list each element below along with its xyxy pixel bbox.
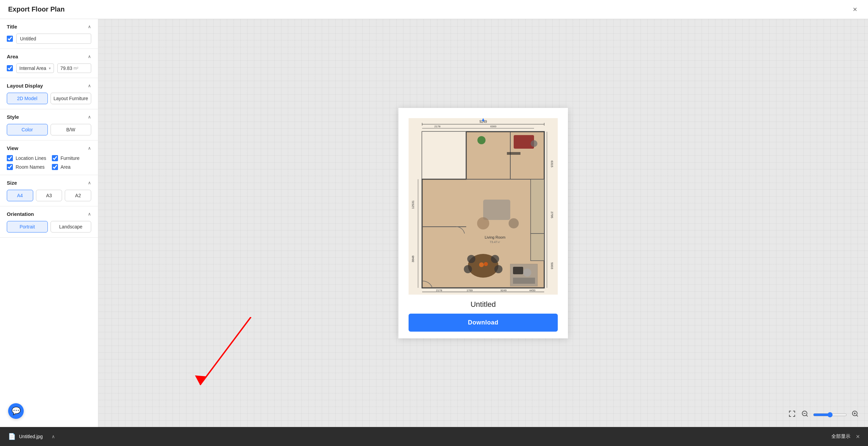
bottom-bar: 📄 Untitled.jpg ∧ 全部显示 × [0, 427, 868, 446]
location-lines-label: Location Lines [16, 155, 46, 161]
svg-text:Living Room: Living Room [485, 235, 505, 239]
svg-point-33 [484, 262, 488, 266]
svg-point-20 [477, 136, 486, 144]
style-options: Color B/W [7, 124, 91, 135]
layout-display-chevron-icon: ∧ [88, 83, 91, 88]
svg-text:12531: 12531 [411, 200, 415, 209]
view-furniture: Furniture [52, 155, 92, 161]
bottom-file-name: Untitled.jpg [19, 434, 43, 439]
style-bw-button[interactable]: B/W [51, 124, 92, 135]
view-options-grid: Location Lines Furniture Room Names Area [7, 155, 91, 170]
area-checkbox[interactable] [7, 65, 13, 71]
svg-rect-12 [422, 179, 466, 288]
svg-text:6300: 6300 [490, 125, 496, 128]
size-chevron-icon: ∧ [88, 180, 91, 185]
style-section-label: Style [7, 114, 19, 120]
furniture-checkbox[interactable] [52, 155, 58, 161]
title-section-header[interactable]: Title ∧ [7, 24, 91, 30]
svg-point-19 [531, 140, 537, 147]
bottom-file-info: 📄 Untitled.jpg ∧ [8, 433, 55, 440]
svg-rect-22 [483, 200, 510, 220]
size-a2-button[interactable]: A2 [65, 190, 91, 201]
svg-rect-16 [531, 179, 544, 234]
view-chevron-icon: ∧ [88, 146, 91, 151]
view-section-header[interactable]: View ∧ [7, 145, 91, 151]
view-room-names: Room Names [7, 164, 46, 170]
title-checkbox[interactable] [7, 36, 13, 42]
bottom-right-actions: 全部显示 × [831, 433, 860, 441]
svg-line-57 [806, 415, 808, 416]
zoom-controls [787, 409, 860, 420]
chat-bubble-button[interactable]: 💬 [8, 403, 24, 419]
area-section-header[interactable]: Area ∧ [7, 54, 91, 59]
svg-text:2178: 2178 [436, 289, 442, 292]
orientation-chevron-icon: ∧ [88, 211, 91, 217]
svg-line-61 [856, 415, 858, 416]
layout-furniture-button[interactable]: Layout Furniture [51, 93, 92, 104]
preview-area: 9249 2178 6300 [98, 19, 868, 427]
layout-display-section: Layout Display ∧ 2D Model Layout Furnitu… [0, 78, 98, 109]
svg-text:4450: 4450 [529, 289, 535, 292]
svg-text:9249: 9249 [500, 289, 507, 292]
location-lines-checkbox[interactable] [7, 155, 13, 161]
chat-icon: 💬 [12, 407, 21, 415]
area-value: 79.83 [60, 66, 72, 71]
style-color-button[interactable]: Color [7, 124, 48, 135]
zoom-out-button[interactable] [800, 409, 810, 420]
area-chevron-icon: ∧ [88, 54, 91, 59]
style-chevron-icon: ∧ [88, 114, 91, 119]
dialog-title: Export Floor Plan [8, 5, 65, 13]
svg-text:2795: 2795 [550, 211, 554, 218]
svg-point-29 [491, 255, 499, 263]
title-chevron-icon: ∧ [88, 24, 91, 29]
layout-display-header[interactable]: Layout Display ∧ [7, 83, 91, 89]
svg-point-36 [523, 268, 531, 277]
zoom-in-button[interactable] [850, 409, 860, 420]
size-a3-button[interactable]: A3 [36, 190, 62, 201]
size-options: A4 A3 A2 [7, 190, 91, 201]
title-section: Title ∧ [0, 19, 98, 49]
room-names-checkbox[interactable] [7, 164, 13, 170]
area-unit: m² [74, 66, 78, 71]
svg-text:2178: 2178 [434, 125, 440, 128]
orientation-portrait-button[interactable]: Portrait [7, 221, 48, 233]
download-button[interactable]: Download [409, 314, 558, 332]
title-input[interactable] [16, 34, 91, 44]
dialog-body: Title ∧ Area ∧ Internal Area [0, 19, 868, 427]
fullscreen-button[interactable] [787, 409, 797, 420]
size-section-label: Size [7, 180, 17, 186]
area-type-select[interactable]: Internal Area ▾ [16, 63, 54, 73]
style-section-header[interactable]: Style ∧ [7, 114, 91, 120]
bottom-close-button[interactable]: × [856, 433, 860, 441]
orientation-landscape-button[interactable]: Landscape [51, 221, 92, 233]
svg-point-32 [479, 262, 484, 267]
style-section: Style ∧ Color B/W [0, 109, 98, 141]
floor-plan-image: 9249 2178 6300 [409, 118, 558, 295]
layout-2d-model-button[interactable]: 2D Model [7, 93, 48, 104]
svg-point-28 [467, 255, 475, 263]
svg-point-30 [464, 265, 472, 273]
orientation-section-header[interactable]: Orientation ∧ [7, 211, 91, 217]
orientation-section-label: Orientation [7, 211, 34, 217]
svg-point-24 [509, 218, 519, 228]
svg-rect-21 [507, 152, 520, 155]
export-dialog: Export Floor Plan × Title ∧ Area [0, 0, 868, 446]
area-type-dropdown-icon: ▾ [49, 66, 51, 71]
svg-rect-35 [513, 267, 523, 274]
svg-rect-37 [513, 278, 535, 284]
bottom-chevron-button[interactable]: ∧ [52, 434, 55, 439]
layout-display-options: 2D Model Layout Furniture [7, 93, 91, 104]
size-a4-button[interactable]: A4 [7, 190, 33, 201]
area-view-label: Area [61, 164, 71, 170]
close-dialog-button[interactable]: × [850, 4, 860, 15]
svg-text:5003: 5003 [550, 262, 554, 269]
size-section-header[interactable]: Size ∧ [7, 180, 91, 186]
show-all-button[interactable]: 全部显示 [831, 433, 850, 440]
area-row: Internal Area ▾ 79.83 m² [7, 63, 91, 73]
floor-plan-card: 9249 2178 6300 [398, 108, 568, 338]
zoom-slider[interactable] [813, 412, 847, 417]
title-row [7, 34, 91, 44]
furniture-label: Furniture [61, 155, 80, 161]
area-view-checkbox[interactable] [52, 164, 58, 170]
svg-text:73.47㎡: 73.47㎡ [490, 240, 500, 244]
